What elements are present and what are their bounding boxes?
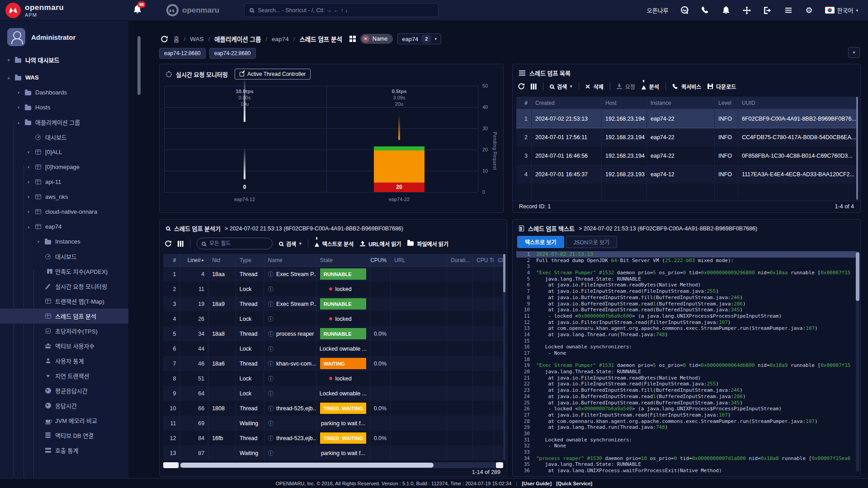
grid-view-icon[interactable] [349,36,356,42]
tab-json-view[interactable]: JSON으로 보기 [566,236,618,248]
notification-bell[interactable]: 98 [133,5,142,16]
analyze-button[interactable]: 분석 [642,83,659,90]
column-header-Name[interactable]: Name [264,254,316,266]
sidebar-item-27[interactable]: 호출 통계 [0,443,128,458]
app-logo[interactable]: openmaruAPM [0,3,90,18]
url-read-button[interactable]: URL에서 읽기 [360,240,401,248]
remove-filter-icon[interactable]: ✕ [362,35,369,42]
sidebar-item-5[interactable]: ▴애플리케이션 그룹 [0,115,128,130]
refresh-icon[interactable] [159,34,169,44]
user-guide-link[interactable]: [User Guide] [522,481,552,486]
breadcrumb-item-2[interactable]: WAS [190,36,203,42]
tab-text-view[interactable]: 텍스트로 보기 [517,236,564,248]
analyzer-row[interactable]: 53418a8Threadⓘprocess reaperRUNNABLE0.0% [163,326,504,341]
column-header-Type[interactable]: Type [236,254,264,266]
sidebar-item-16[interactable]: 실시간 요청 모니터링 [0,279,128,294]
analyzer-row[interactable]: 10661808Threadⓘthread-525,ejb...TIMED_WA… [163,401,504,416]
analyzer-row[interactable]: 1418aaThreadⓘExec Stream P...RUNNABLE [163,267,504,282]
analyzer-row[interactable]: 1387Waitingⓘparking to wait f... [163,446,504,460]
sidebar-item-12[interactable]: ▴eap74 [0,219,128,234]
analyzer-row[interactable]: 851Lockⓘlocked [163,371,504,386]
column-header-URL[interactable]: URL [391,254,447,266]
sidebar-item-11[interactable]: ▾cloud-native-onnara [0,204,128,219]
column-header-Instance[interactable]: Instance [647,97,715,109]
sidebar-item-1[interactable]: ▾나의 대시보드 [0,52,128,67]
analyzer-row[interactable]: 964LockⓘLocked ownable ... [163,386,504,401]
columns-button[interactable] [178,241,184,247]
sidebar-item-4[interactable]: ▾Hosts [0,100,128,115]
sidebar-item-23[interactable]: 평균응답시간 [0,383,128,398]
column-header-#[interactable]: # [516,97,532,109]
sidebar-item-20[interactable]: 액티브 사용자수 [0,338,128,353]
sidebar-item-19[interactable]: 초당처리수(TPS) [0,324,128,338]
download-button[interactable]: 다운로드 [708,83,736,90]
sidebar-item-21[interactable]: 사용자 통계 [0,353,128,368]
column-header-Durati...[interactable]: Durati... [447,254,473,266]
column-header-Level[interactable]: Level [715,97,738,109]
column-header-CPU Ti...[interactable]: CPU Ti... [473,254,494,266]
field-search-input[interactable] [209,240,268,247]
sidebar-item-8[interactable]: ▾[0]homepage [0,160,128,174]
filter-chip[interactable]: ✕ Name [360,34,393,44]
content-scrollbar[interactable] [137,36,141,95]
analyzer-row[interactable]: 211Lockⓘlocked [163,282,504,296]
table-row[interactable]: 32024-07-01 16:46:56192.168.23.194eap74-… [516,146,858,165]
table-row[interactable]: 22024-07-01 17:56:11192.168.23.194eap74-… [516,128,858,146]
analyzer-row[interactable]: 31918a9ThreadⓘExec Stream P...RUNNABLE [163,296,504,311]
alerts-bell-icon[interactable] [721,5,731,15]
sidebar-item-7[interactable]: ▾[0]ALL [0,145,128,160]
text-analyze-button[interactable]: 텍스트로 분석 [315,240,354,248]
columns-button[interactable] [531,84,537,89]
breadcrumb-item-1[interactable]: 홈 [174,34,179,43]
table-row[interactable]: 12024-07-02 21:53:13192.168.23.194eap74-… [516,109,858,128]
sidebar-item-13[interactable]: ▾Instances [0,234,128,249]
sidebar-item-9[interactable]: ▾api-11 [0,174,128,189]
sidebar-item-22[interactable]: ♥지연 트랜잭션 [0,368,128,383]
sidebar-item-25[interactable]: JVM 메모리 비교 [0,413,128,428]
refresh-button[interactable] [165,240,171,247]
breadcrumb-item-4[interactable]: eap74 [272,36,289,42]
collapse-panel-button[interactable]: ▾ [848,47,860,58]
code-scrollbar[interactable] [856,252,859,301]
sidebar-item-24[interactable]: 응답시간 [0,398,128,413]
analyzer-vscrollbar[interactable] [503,254,505,292]
sidebar-item-17[interactable]: 트랜잭션 맵(T-Map) [0,294,128,309]
fullscreen-icon[interactable] [742,5,752,15]
sidebar-item-6[interactable]: 대시보드 [0,130,128,145]
sidebar-item-18[interactable]: 스레드 덤프 분석 [0,309,128,324]
column-header-UUID[interactable]: UUID [738,97,858,109]
file-read-button[interactable]: 파일에서 읽기 [407,240,448,248]
quick-service-link[interactable]: [Quick Service] [556,481,592,486]
column-header-Nid[interactable]: Nid [208,254,236,266]
settings-gear-icon[interactable]: ⚙ [804,5,814,15]
language-selector[interactable]: 한국어 ▾ [825,6,858,14]
analyzer-row[interactable]: 426Lockⓘlocked [163,311,504,326]
instance-tag-1[interactable]: eap74-12:8680 [159,48,206,59]
sidebar-item-10[interactable]: ▾aws_nks [0,189,128,204]
analyzer-row[interactable]: 644LockⓘLocked ownable ... [163,341,504,356]
analyzer-row[interactable]: 1169Waitingⓘparking to wait f... [163,416,504,431]
breadcrumb-item-5[interactable]: 스레드 덤프 분석 [299,34,342,43]
search-button[interactable]: 검색▾ [279,240,302,248]
sidebar-item-14[interactable]: 대시보드 [0,249,128,264]
logout-icon[interactable] [763,5,773,15]
menu-hamburger-icon[interactable] [783,5,793,15]
global-search-input[interactable] [258,7,433,14]
sidebar-item-26[interactable]: 액티브 DB 연결 [0,428,128,443]
column-header-State[interactable]: State [316,254,370,266]
column-header-Line#[interactable]: Line# ▲ [180,254,208,266]
column-header-Host[interactable]: Host [602,97,647,109]
quick-service-button[interactable]: 퀵서비스 [672,83,701,90]
scope-selector[interactable]: eap74 2 ▾ [397,33,441,44]
global-search[interactable] [244,3,439,17]
analyzer-row[interactable]: 74618a6Threadⓘkhan-svc-com...WAITING0.0% [163,356,504,371]
column-header-Cl[interactable]: Cl [494,254,504,266]
quick-service-chat-icon[interactable] [679,5,689,15]
delete-button[interactable]: 삭제 [585,83,604,90]
column-header-#[interactable]: # [163,254,180,266]
sidebar-item-15[interactable]: 만족도 지수(APDEX) [0,264,128,279]
request-button[interactable]: 요청 [617,83,635,90]
search-button[interactable]: 검색▾ [550,83,572,90]
refresh-button[interactable] [518,83,524,89]
analyzer-row[interactable]: 128416fbThreadⓘthread-523,ejb...TIMED_WA… [163,431,504,446]
